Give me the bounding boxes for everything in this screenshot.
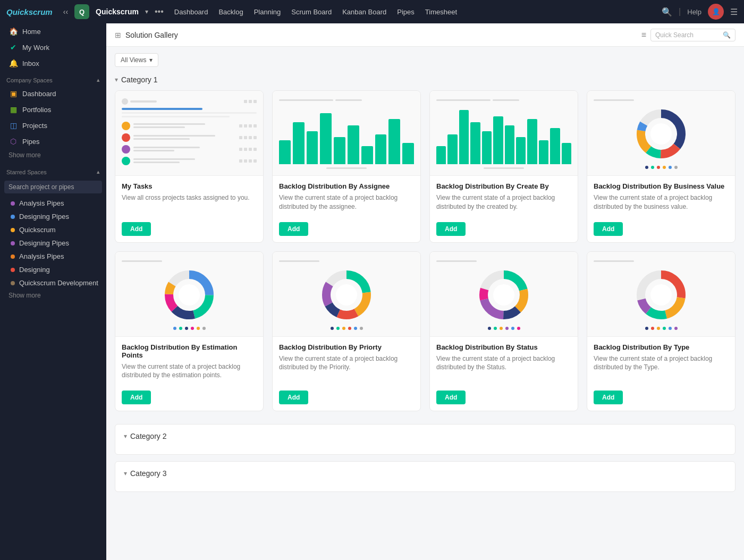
category-2-chevron: ▾: [124, 432, 127, 440]
card-backlog-business-add-btn[interactable]: Add: [594, 222, 623, 236]
card-backlog-type-desc: View the current state of a project back…: [594, 354, 729, 380]
header-menu-icon[interactable]: ≡: [641, 30, 646, 40]
all-views-dropdown[interactable]: All Views ▾: [115, 53, 158, 67]
sidebar-mywork-label: My Work: [22, 44, 49, 52]
card-my-tasks-desc: View all cross projects tasks assigned t…: [122, 193, 257, 211]
collapse-company-icon[interactable]: ▴: [97, 77, 100, 83]
help-link[interactable]: Help: [687, 8, 701, 16]
card-backlog-createby-title: Backlog Distribution By Create By: [436, 182, 571, 190]
inbox-icon: 🔔: [9, 59, 18, 67]
nav-planning[interactable]: Planning: [254, 8, 281, 16]
card-backlog-createby-add-btn[interactable]: Add: [436, 222, 466, 236]
sidebar-quickscrum[interactable]: Quickscrum: [0, 223, 106, 236]
show-more-starred[interactable]: Show more: [0, 290, 106, 303]
category-3-chevron: ▾: [124, 470, 127, 477]
card-backlog-priority-footer: Add: [273, 386, 420, 411]
category-1-section: ▾ Category 1: [115, 75, 735, 411]
svg-point-13: [179, 284, 200, 306]
sidebar-designing[interactable]: Designing: [0, 263, 106, 276]
sidebar-item-home[interactable]: 🏠 Home: [2, 23, 104, 39]
starred-spaces-header: Starred Spaces ▴: [0, 163, 106, 177]
svg-point-33: [650, 284, 672, 306]
workspace-dropdown-icon[interactable]: ▾: [145, 8, 148, 15]
workspace-name: Quickscrum: [96, 7, 139, 16]
category-3-header[interactable]: ▾ Category 3: [124, 469, 726, 478]
card-backlog-createby-desc: View the current state of a project back…: [436, 193, 571, 211]
card-backlog-status-footer: Add: [430, 386, 578, 411]
collapse-starred-icon[interactable]: ▴: [97, 168, 100, 175]
card-backlog-priority-add-btn[interactable]: Add: [279, 391, 308, 404]
card-backlog-priority-desc: View the current state of a project back…: [279, 354, 414, 380]
show-more-company[interactable]: Show more: [0, 149, 106, 163]
card-backlog-assignee-body: Backlog Distribution By Assignee View th…: [273, 176, 420, 218]
sidebar-analysis-pipes[interactable]: Analysis Pipes: [0, 197, 106, 210]
quick-search-box[interactable]: Quick Search 🔍: [650, 29, 735, 41]
category-1-title: Category 1: [121, 75, 157, 84]
logo[interactable]: Quickscrum: [6, 7, 53, 16]
card-backlog-type-add-btn[interactable]: Add: [594, 391, 623, 404]
nav-kanban-board[interactable]: Kanban Board: [342, 8, 386, 16]
svg-point-6: [650, 123, 672, 145]
company-spaces-header: Company Spaces ▴: [0, 71, 106, 86]
card-my-tasks-body: My Tasks View all cross projects tasks a…: [115, 176, 263, 218]
card-backlog-type: Backlog Distribution By Type View the cu…: [587, 251, 735, 412]
mywork-icon: ✔: [9, 43, 18, 52]
search-icon[interactable]: 🔍: [662, 7, 672, 17]
sidebar: 🏠 Home ✔ My Work 🔔 Inbox Company Spaces …: [0, 23, 106, 560]
card-backlog-type-body: Backlog Distribution By Type View the cu…: [587, 337, 735, 387]
card-my-tasks-add-btn[interactable]: Add: [122, 222, 151, 236]
card-backlog-business-preview: [587, 91, 735, 176]
main-content: ⊞ Solution Gallery ≡ Quick Search 🔍 All …: [106, 23, 744, 560]
nav-backlog[interactable]: Backlog: [218, 8, 243, 16]
sidebar-item-projects[interactable]: ◫ Projects: [2, 117, 104, 133]
nav-scrum-board[interactable]: Scrum Board: [291, 8, 332, 16]
card-backlog-priority: Backlog Distribution By Priorty View the…: [272, 251, 421, 412]
gallery-content: All Views ▾ ▾ Category 1: [106, 47, 744, 560]
card-backlog-estimation-add-btn[interactable]: Add: [122, 391, 151, 404]
card-my-tasks-footer: Add: [115, 218, 263, 242]
sidebar-quickscrum-dev[interactable]: Quickscrum Development: [0, 276, 106, 290]
nav-dashboard[interactable]: Dashboard: [174, 8, 208, 16]
sidebar-item-inbox[interactable]: 🔔 Inbox: [2, 55, 104, 71]
card-backlog-priority-title: Backlog Distribution By Priorty: [279, 343, 414, 351]
app-name: Quickscrum: [6, 7, 53, 16]
sidebar-pipes-label: Pipes: [22, 138, 40, 146]
top-nav-right: 🔍 | Help 👤 ☰: [662, 4, 738, 20]
svg-point-20: [336, 284, 357, 306]
category-2-title: Category 2: [130, 432, 166, 440]
analysis-pipes2-dot: [11, 254, 15, 259]
nav-collapse-icon[interactable]: ‹‹: [63, 7, 68, 16]
user-avatar[interactable]: 👤: [708, 4, 724, 20]
card-backlog-estimation-footer: Add: [115, 386, 263, 411]
card-backlog-status-desc: View the current state of a project back…: [436, 354, 571, 380]
sidebar-search[interactable]: Search project or pipes: [4, 181, 102, 193]
home-icon: 🏠: [9, 27, 18, 36]
category-1-header[interactable]: ▾ Category 1: [115, 75, 735, 84]
workspace-icon[interactable]: Q: [74, 4, 89, 19]
card-backlog-assignee-add-btn[interactable]: Add: [279, 222, 308, 236]
sidebar-item-mywork[interactable]: ✔ My Work: [2, 39, 104, 55]
hamburger-menu[interactable]: ☰: [730, 7, 738, 17]
pipes-icon: ⬡: [9, 137, 18, 146]
card-backlog-estimation: Backlog Distribution By Estimation Point…: [115, 251, 264, 412]
category-2-header[interactable]: ▾ Category 2: [124, 432, 726, 440]
sidebar-item-pipes[interactable]: ⬡ Pipes: [2, 133, 104, 149]
projects-icon: ◫: [9, 121, 18, 130]
page-title: Solution Gallery: [125, 31, 178, 39]
nav-pipes[interactable]: Pipes: [397, 8, 415, 16]
sidebar-analysis-pipes2[interactable]: Analysis Pipes: [0, 250, 106, 263]
sidebar-item-portfolios[interactable]: ▦ Portfolios: [2, 101, 104, 117]
category-2-section: ▾ Category 2: [115, 424, 735, 455]
search-icon-small: 🔍: [723, 31, 731, 39]
sidebar-designing-pipes2[interactable]: Designing Pipes: [0, 236, 106, 250]
card-backlog-estimation-preview: [115, 252, 263, 337]
workspace-more-icon[interactable]: •••: [155, 7, 164, 16]
card-my-tasks-title: My Tasks: [122, 182, 257, 190]
sidebar-designing-pipes[interactable]: Designing Pipes: [0, 210, 106, 223]
sidebar-item-dashboard[interactable]: ▣ Dashboard: [2, 86, 104, 101]
designing-pipes-dot: [11, 215, 15, 219]
nav-timesheet[interactable]: Timesheet: [425, 8, 457, 16]
card-my-tasks-preview: [115, 91, 263, 176]
card-backlog-priority-body: Backlog Distribution By Priorty View the…: [273, 337, 420, 387]
card-backlog-status-add-btn[interactable]: Add: [436, 391, 466, 404]
